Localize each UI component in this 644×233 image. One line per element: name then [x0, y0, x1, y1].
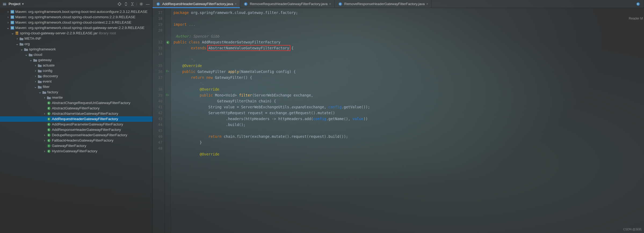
tree-arrow-icon[interactable]: › [34, 63, 37, 68]
tree-arrow-icon[interactable]: ⌄ [34, 84, 37, 90]
editor-tab-label: AddRequestHeaderGatewayFilterFactory.jav… [162, 2, 233, 6]
dropdown-icon[interactable]: ▾ [22, 2, 24, 6]
tree-arrow-icon[interactable]: › [43, 111, 46, 116]
tree-node[interactable]: ›event [0, 79, 152, 84]
locate-icon[interactable] [117, 2, 122, 6]
tree-node[interactable]: ›META-INF [0, 36, 152, 41]
tree-node[interactable]: ›config [0, 68, 152, 73]
expand-all-icon[interactable] [124, 2, 128, 6]
editor-tab-more[interactable]: C [632, 0, 644, 8]
tree-node-label: AbstractNameValueGatewayFilterFactory [52, 111, 118, 116]
tree-node[interactable]: ›Maven: org.springframework.cloud:spring… [0, 20, 152, 25]
tree-node[interactable]: ›CAbstractNameValueGatewayFilterFactory [0, 111, 152, 116]
code-area[interactable]: package org.springframework.cloud.gatewa… [171, 8, 644, 233]
maven-icon [10, 10, 15, 14]
tree-arrow-icon[interactable]: › [34, 68, 37, 73]
tree-arrow-icon[interactable]: ⌄ [6, 25, 10, 31]
svg-point-2 [118, 3, 121, 5]
folder-icon [37, 69, 42, 72]
tree-node[interactable]: CAddRequestParameterGatewayFilterFactory [0, 122, 152, 127]
tree-node[interactable]: ⌄filter [0, 84, 152, 90]
svg-text:C: C [48, 134, 50, 136]
tree-arrow-icon[interactable]: ⌄ [11, 31, 15, 36]
tree-node-label: config [43, 68, 52, 73]
java-class-icon: C [243, 2, 248, 6]
tree-node[interactable]: ⌄Maven: org.springframework.cloud:spring… [0, 25, 152, 31]
tree-arrow-icon[interactable]: › [34, 79, 37, 84]
tree-arrow-icon[interactable]: ⌄ [24, 52, 28, 57]
tree-arrow-icon[interactable]: › [6, 9, 10, 14]
tree-node-label: actuate [43, 63, 55, 68]
tree-arrow-icon[interactable]: › [15, 36, 19, 41]
tree-node[interactable]: ›CDedupeResponseHeaderGatewayFilterFacto… [0, 132, 152, 138]
tree-node-label: spring-cloud-gateway-server-2.2.9.RELEAS… [20, 31, 98, 36]
svg-rect-14 [11, 17, 14, 17]
tree-node[interactable]: ›Maven: org.springframework.cloud:spring… [0, 14, 152, 20]
tree-node[interactable]: CAddResponseHeaderGatewayFilterFactory [0, 127, 152, 132]
tree-node-label: cloud [34, 52, 42, 57]
tree-arrow-icon[interactable]: › [43, 149, 46, 154]
tree-arrow-icon[interactable]: ⌄ [20, 47, 24, 52]
folder-icon [33, 58, 38, 62]
tree-node[interactable]: CAddRequestHeaderGatewayFilterFactory [0, 116, 152, 122]
editor-tab[interactable]: CRemoveResponseHeaderGatewayFilterFactor… [335, 0, 432, 8]
svg-rect-21 [11, 27, 14, 27]
tree-node[interactable]: ›discovery [0, 73, 152, 79]
tree-node[interactable]: CAbstractChangeRequestUriGatewayFilterFa… [0, 100, 152, 106]
tree-arrow-icon[interactable]: ⌄ [29, 57, 33, 63]
tree-node[interactable]: ⌄spring-cloud-gateway-server-2.2.9.RELEA… [0, 31, 152, 36]
java-class-icon: C [636, 2, 641, 6]
tree-arrow-icon[interactable]: › [43, 132, 46, 138]
tree-arrow-icon[interactable]: › [34, 73, 37, 79]
folder-icon [19, 37, 24, 40]
editor-tab-label: RemoveResponseHeaderGatewayFilterFactory… [344, 2, 425, 6]
tree-arrow-icon[interactable]: › [6, 14, 10, 20]
tree-node-label: Maven: org.springframework.cloud:spring-… [15, 20, 131, 25]
tree-node[interactable]: ›rewrite [0, 95, 152, 100]
editor-tab[interactable]: CRemoveRequestHeaderGatewayFilterFactory… [240, 0, 335, 8]
tree-node[interactable]: IGatewayFilterFactory [0, 143, 152, 149]
tree-node[interactable]: ⌄org [0, 41, 152, 47]
svg-rect-15 [11, 18, 14, 18]
svg-text:C: C [48, 150, 50, 153]
tree-node[interactable]: ⌄factory [0, 90, 152, 95]
editor-tab[interactable]: CAddRequestHeaderGatewayFilterFactory.ja… [153, 0, 240, 8]
tree-node[interactable]: ⌄cloud [0, 52, 152, 57]
tree-node[interactable]: ›actuate [0, 63, 152, 68]
tree-node[interactable]: ⌄gateway [0, 57, 152, 63]
collapse-all-icon[interactable] [130, 2, 135, 6]
folder-icon [28, 53, 33, 56]
tree-node[interactable]: CAbstractGatewayFilterFactory [0, 106, 152, 111]
tree-node-label: DedupeResponseHeaderGatewayFilterFactory [52, 132, 127, 138]
class-icon: C [46, 133, 51, 137]
tree-node-label: AbstractChangeRequestUriGatewayFilterFac… [52, 100, 131, 106]
tree-node[interactable]: ›CFallbackHeadersGatewayFilterFactory [0, 138, 152, 143]
folder-icon [37, 64, 42, 67]
hide-panel-icon[interactable]: — [145, 2, 150, 6]
tree-arrow-icon[interactable]: › [43, 95, 46, 100]
reader-mode-label[interactable]: Reader M [629, 17, 643, 20]
tree-arrow-icon[interactable]: › [6, 20, 10, 25]
tree-arrow-icon[interactable]: › [43, 138, 46, 143]
editor-pane: CAddRequestHeaderGatewayFilterFactory.ja… [153, 0, 644, 233]
jar-icon [15, 31, 19, 35]
svg-rect-22 [11, 28, 14, 28]
tree-node[interactable]: ›CHystrixGatewayFilterFactory [0, 149, 152, 154]
maven-icon [10, 21, 15, 24]
tree-arrow-icon[interactable]: ⌄ [38, 90, 42, 95]
svg-rect-23 [11, 28, 14, 29]
svg-text:C: C [157, 3, 159, 5]
tree-node-label: filter [43, 84, 50, 90]
project-tree[interactable]: ›Maven: org.springframework.boot:spring-… [0, 8, 152, 233]
close-icon[interactable]: × [329, 2, 331, 6]
tree-arrow-icon[interactable]: ⌄ [15, 41, 19, 47]
tree-node-label: gateway [38, 57, 52, 63]
close-icon[interactable]: × [426, 2, 428, 6]
close-icon[interactable]: × [235, 2, 237, 6]
gear-icon[interactable] [139, 2, 144, 6]
folder-icon [37, 75, 42, 78]
tree-node[interactable]: ›Maven: org.springframework.boot:spring-… [0, 9, 152, 14]
svg-rect-10 [11, 12, 14, 12]
project-panel-title: Project [9, 2, 20, 6]
tree-node[interactable]: ⌄springframework [0, 47, 152, 52]
